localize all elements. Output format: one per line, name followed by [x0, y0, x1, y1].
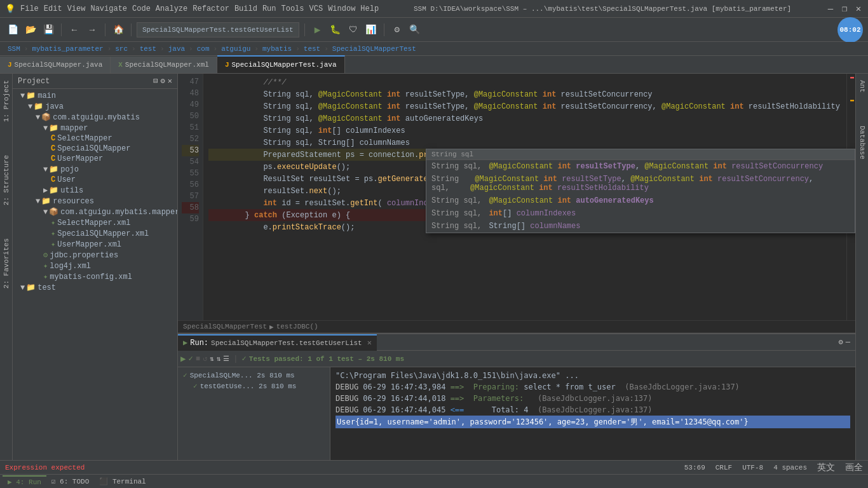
new-file-button[interactable]: 📄	[5, 22, 20, 37]
tab-special-sql-mapper-xml[interactable]: X SpecialSQLMapper.xml	[111, 57, 217, 73]
menu-analyze[interactable]: Analyze	[156, 4, 187, 13]
forward-button[interactable]: →	[85, 22, 100, 37]
ac-item-1[interactable]: String sql, @MagicConstant int resultSet…	[426, 160, 855, 173]
tab-special-sql-mapper-test[interactable]: J SpecialSQLMapperTest.java	[217, 55, 345, 73]
ssm-nav-test[interactable]: test	[137, 44, 159, 54]
ac-item-3[interactable]: String sql, @MagicConstant int autoGener…	[426, 194, 855, 207]
coverage-button[interactable]: 🛡	[346, 22, 361, 37]
ssm-nav-mybatis[interactable]: mybatis_parameter	[29, 44, 105, 54]
ssm-nav-class[interactable]: SpecialSQLMapperTest	[330, 44, 419, 54]
run-sort2-button[interactable]: ⇅	[217, 355, 221, 363]
tree-item-user[interactable]: C User	[13, 175, 177, 185]
code-editor[interactable]: 47 48 49 50 51 52 53 54 55 56 57 58 59	[178, 74, 855, 333]
run-rerun-button[interactable]: ↺	[203, 354, 207, 363]
menu-navigate[interactable]: Navigate	[90, 4, 127, 13]
ssm-nav-test2[interactable]: test	[301, 44, 323, 54]
menu-file[interactable]: File	[20, 4, 39, 13]
run-tab-close[interactable]: ✕	[367, 338, 372, 348]
ant-strip[interactable]: Ant	[857, 76, 867, 97]
tree-item-resources[interactable]: ▼ 📁 resources	[13, 196, 177, 207]
tree-item-mapperpkg[interactable]: ▼ 📦 com.atguigu.mybatis.mapper	[13, 207, 177, 217]
tree-close-button[interactable]: ✕	[168, 76, 172, 86]
ssm-nav-mybatis2[interactable]: mybatis	[260, 44, 294, 54]
todo-strip-btn[interactable]: ☑ 6: TODO	[46, 476, 94, 487]
run-play-button[interactable]: ▶	[180, 353, 186, 364]
tree-item-pojo[interactable]: ▼ 📁 pojo	[13, 164, 177, 175]
xml-icon-um: ✦	[51, 240, 55, 249]
run-tab[interactable]: ▶ Run: SpecialSQLMapperTest.testGetUserL…	[178, 334, 377, 351]
run-config-selector[interactable]: SpecialSQLMapperTest.testGetUserList	[137, 22, 299, 37]
breadcrumb-class[interactable]: SpecialSQLMapperTest	[183, 323, 267, 330]
run-list-button[interactable]: ☰	[223, 355, 229, 363]
menu-window[interactable]: Window	[328, 4, 355, 13]
breadcrumb-method[interactable]: testJDBC()	[276, 323, 318, 330]
tree-item-pkg[interactable]: ▼ 📦 com.atguigu.mybatis	[13, 112, 177, 123]
toolbar-sep-3	[131, 24, 132, 36]
search-everywhere-button[interactable]: 🔍	[407, 22, 423, 37]
menu-help[interactable]: Help	[360, 4, 379, 13]
tree-item-mybatis-config[interactable]: ✦ mybatis-config.xml	[13, 271, 177, 282]
ac-prefix-5: String sql,	[431, 222, 482, 231]
menu-view[interactable]: View	[67, 4, 86, 13]
debug-button[interactable]: 🐛	[328, 22, 343, 37]
structure-strip[interactable]: 2: Structure	[1, 151, 11, 209]
tree-item-main[interactable]: ▼ 📁 main	[13, 90, 177, 101]
menu-run[interactable]: Run	[262, 4, 276, 13]
run-tree-root[interactable]: ✓ SpecialSQLMe... 2s 810 ms	[180, 370, 327, 381]
code-line-48: String sql, @MagicConstant int resultSet…	[208, 88, 841, 100]
open-button[interactable]: 📂	[23, 22, 38, 37]
settings-button[interactable]: ⚙	[390, 22, 405, 37]
ssm-nav-java[interactable]: java	[166, 44, 187, 54]
menu-tools[interactable]: Tools	[281, 4, 304, 13]
ssm-nav-src[interactable]: src	[112, 44, 130, 54]
profile-button[interactable]: 📊	[363, 22, 379, 37]
tree-item-java[interactable]: ▼ 📁 java	[13, 101, 177, 112]
java-icon-spm: C	[51, 144, 55, 153]
save-button[interactable]: 💾	[41, 22, 56, 37]
autocomplete-popup[interactable]: String sql String sql, @MagicConstant in…	[426, 149, 855, 233]
ssm-nav-ssm[interactable]: SSM	[5, 44, 23, 54]
tree-item-mapper[interactable]: ▼ 📁 mapper	[13, 123, 177, 133]
menu-edit[interactable]: Edit	[44, 4, 62, 13]
ac-item-2[interactable]: String sql, @MagicConstant int resultSet…	[426, 173, 855, 194]
tree-item-specialmapper-xml[interactable]: ✦ SpecialSQLMapper.xml	[13, 228, 177, 239]
tree-item-specialmapper[interactable]: C SpecialSQLMapper	[13, 144, 177, 154]
tree-item-test[interactable]: ▼ 📁 test	[13, 282, 177, 293]
run-check-button[interactable]: ✓	[188, 354, 193, 363]
close-button[interactable]: ✕	[854, 4, 863, 13]
tree-item-log4j[interactable]: ✦ log4j.xml	[13, 261, 177, 271]
tree-item-usermapper[interactable]: C UserMapper	[13, 154, 177, 164]
minimize-button[interactable]: —	[826, 4, 835, 13]
run-sort-button[interactable]: ⇅	[210, 355, 214, 363]
menu-build[interactable]: Build	[234, 4, 257, 13]
tree-item-selectmapper[interactable]: C SelectMapper	[13, 133, 177, 144]
project-strip[interactable]: 1: Project	[1, 76, 11, 126]
run-button[interactable]: ▶	[310, 22, 325, 37]
bottom-minimize-button[interactable]: —	[846, 338, 850, 347]
terminal-strip-btn[interactable]: ⬛ Terminal	[94, 476, 151, 487]
tree-item-jdbc[interactable]: ⚙ jdbc.properties	[13, 250, 177, 261]
back-button[interactable]: ←	[67, 22, 82, 37]
menu-code[interactable]: Code	[132, 4, 151, 13]
favorites-strip[interactable]: 2: Favorites	[1, 234, 11, 292]
ac-item-4[interactable]: String sql, int[] columnIndexes	[426, 207, 855, 220]
tree-item-utils[interactable]: ▶ 📁 utils	[13, 185, 177, 196]
ac-item-5[interactable]: String sql, String[] columnNames	[426, 220, 855, 233]
ssm-nav-com[interactable]: com	[194, 44, 212, 54]
menu-refactor[interactable]: Refactor	[193, 4, 229, 13]
tree-item-usermapper-xml[interactable]: ✦ UserMapper.xml	[13, 239, 177, 250]
run-tree-child[interactable]: ✓ testGetUse... 2s 810 ms	[180, 381, 327, 391]
breadcrumb-sep: ▶	[269, 323, 274, 331]
tree-item-selectmapper-xml[interactable]: ✦ SelectMapper.xml	[13, 217, 177, 228]
database-strip[interactable]: Database	[857, 122, 867, 163]
tab-special-sql-mapper-java[interactable]: J SpecialSQLMapper.java	[0, 57, 111, 73]
run-stop-button[interactable]: ■	[196, 355, 200, 363]
run-strip-btn[interactable]: ▶ 4: Run	[3, 475, 46, 487]
tree-collapse-button[interactable]: ⊟	[153, 76, 158, 86]
tree-settings-button[interactable]: ⚙	[161, 76, 165, 86]
menu-vcs[interactable]: VCS	[309, 4, 323, 13]
home-button[interactable]: 🏠	[111, 22, 126, 37]
maximize-button[interactable]: ❐	[840, 4, 849, 13]
bottom-settings-button[interactable]: ⚙	[839, 337, 843, 347]
ssm-nav-atguigu[interactable]: atguigu	[219, 44, 253, 54]
